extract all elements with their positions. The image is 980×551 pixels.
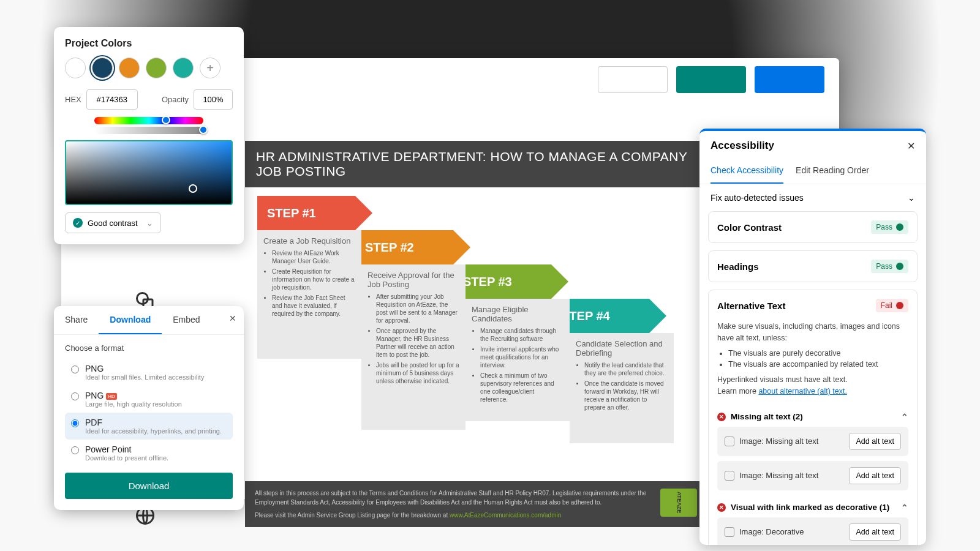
opacity-input[interactable] [194, 89, 233, 110]
format-option-png[interactable]: PNGIdeal for small files. Limited access… [65, 359, 233, 386]
tab-check-accessibility[interactable]: Check Accessibility [710, 160, 783, 184]
step-arrow-3: STEP #3 [453, 264, 551, 299]
step-col-1: Create a Job Requisition Review the AtEa… [257, 230, 361, 359]
chevron-down-icon: ⌄ [146, 219, 153, 228]
choose-format-label: Choose a format [65, 343, 233, 353]
close-icon[interactable]: ✕ [229, 313, 236, 323]
opacity-slider[interactable] [94, 127, 203, 134]
swatch-navy[interactable] [92, 58, 113, 78]
opacity-label: Opacity [162, 95, 189, 104]
hue-slider[interactable] [94, 117, 203, 124]
toolbar-button-teal[interactable] [676, 66, 746, 93]
tab-share[interactable]: Share [54, 306, 99, 334]
tab-embed[interactable]: Embed [162, 306, 211, 334]
infographic-footer: All steps in this process are subject to… [245, 481, 704, 527]
swatch-white[interactable] [65, 58, 86, 78]
image-icon [725, 437, 734, 446]
issue-group: ✕Missing alt text (2)⌃Image: Missing alt… [709, 406, 917, 497]
add-alt-text-button[interactable]: Add alt text [849, 467, 901, 484]
download-panel: Share Download Embed ✕ Choose a format P… [54, 306, 244, 510]
colors-title: Project Colors [65, 38, 233, 49]
alt-text-group: Alternative Text Fail Make sure visuals,… [708, 290, 918, 545]
image-icon [725, 527, 734, 537]
image-icon [725, 471, 734, 481]
step-col-3: Manage Eligible Candidates Manage candid… [466, 299, 570, 421]
pass-badge: Pass [871, 220, 908, 234]
swatch-row: + [65, 58, 233, 78]
tab-download[interactable]: Download [99, 306, 162, 334]
tab-edit-reading-order[interactable]: Edit Reading Order [796, 160, 869, 184]
swatch-add[interactable]: + [200, 58, 221, 78]
issue-row: Image: Missing alt textAdd alt text [717, 461, 908, 490]
format-option-power-point[interactable]: Power PointDownload to present offline. [65, 440, 233, 467]
a11y-title: Accessibility [710, 140, 774, 152]
issue-row: Image: DecorativeAdd alt text [717, 517, 908, 545]
toolbar-button-outline[interactable] [598, 66, 668, 93]
swatch-green[interactable] [146, 58, 167, 78]
step-arrow-2: STEP #2 [355, 230, 453, 264]
headings-group[interactable]: Headings Pass [708, 250, 918, 282]
swatch-teal[interactable] [173, 58, 194, 78]
infographic: HR ADMINISTRATIVE DEPARTMENT: HOW TO MAN… [245, 141, 704, 478]
error-icon: ✕ [717, 413, 726, 421]
hex-input[interactable] [86, 89, 138, 110]
infographic-title: HR ADMINISTRATIVE DEPARTMENT: HOW TO MAN… [245, 141, 704, 187]
learn-more-link[interactable]: about alternative (alt) text. [758, 387, 847, 395]
step-col-2: Receive Approval for the Job Posting Aft… [361, 264, 466, 430]
project-colors-panel: Project Colors + HEX Opacity ✎ ✓ Good co… [54, 27, 244, 244]
fix-issues-row[interactable]: Fix auto-detected issues ⌄ [699, 184, 926, 211]
error-icon: ✕ [717, 503, 726, 512]
issue-row: Image: Missing alt textAdd alt text [717, 427, 908, 456]
fail-badge: Fail [876, 299, 908, 312]
contrast-chip[interactable]: ✓ Good contrast ⌄ [65, 212, 161, 233]
download-tabs: Share Download Embed ✕ [54, 306, 244, 335]
accessibility-panel: Accessibility ✕ Check Accessibility Edit… [699, 129, 926, 545]
issue-group: ✕Visual with link marked as decorative (… [709, 497, 917, 545]
step-arrow-1: STEP #1 [257, 196, 355, 230]
footer-link[interactable]: www.AtEazeCommunications.com/admin [450, 512, 561, 519]
add-alt-text-button[interactable]: Add alt text [849, 523, 901, 541]
saturation-box[interactable] [65, 140, 233, 205]
close-icon[interactable]: ✕ [907, 140, 915, 152]
color-contrast-group[interactable]: Color Contrast Pass [708, 211, 918, 243]
chevron-up-icon: ⌃ [901, 412, 908, 422]
hex-label: HEX [65, 95, 81, 104]
download-button[interactable]: Download [65, 473, 233, 499]
ateaze-logo: ATEAZE [660, 489, 697, 517]
swatch-orange[interactable] [119, 58, 140, 78]
issue-header[interactable]: ✕Visual with link marked as decorative (… [717, 503, 908, 512]
add-alt-text-button[interactable]: Add alt text [849, 433, 901, 450]
toolbar-button-blue[interactable] [755, 66, 824, 93]
format-option-pdf[interactable]: PDFIdeal for accessibility, hyperlinks, … [65, 413, 233, 440]
format-option-png-hd[interactable]: PNGHDLarge file, high quality resolution [65, 386, 233, 413]
step-row: STEP #1 STEP #2 STEP #3 STEP #4 Create a… [245, 196, 704, 478]
chevron-up-icon: ⌃ [901, 503, 908, 512]
issue-header[interactable]: ✕Missing alt text (2)⌃ [717, 412, 908, 422]
pass-badge: Pass [871, 260, 908, 273]
chevron-down-icon: ⌄ [908, 193, 915, 203]
step-col-4: Candidate Selection and Debriefing Notif… [570, 333, 674, 443]
